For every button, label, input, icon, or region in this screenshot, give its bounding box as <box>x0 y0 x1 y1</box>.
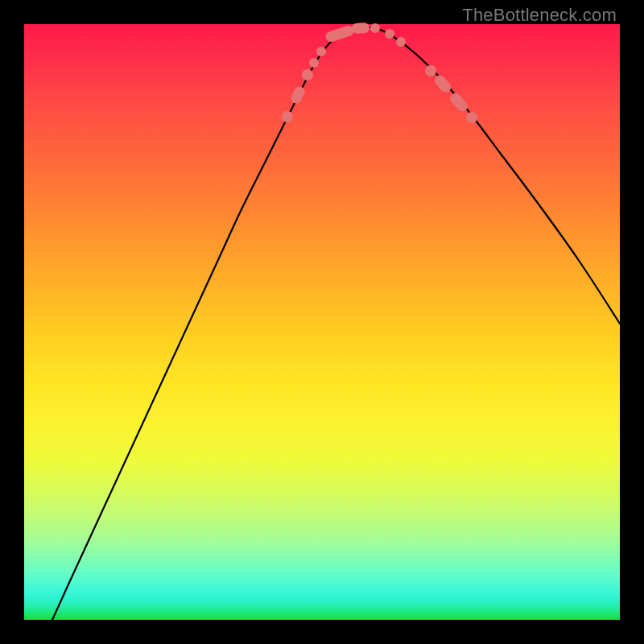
marker-pill <box>352 23 369 34</box>
marker-dot <box>370 23 380 33</box>
watermark-text: TheBottleneck.com <box>462 5 617 26</box>
curve-markers <box>282 23 477 123</box>
curve-svg <box>24 24 620 620</box>
marker-dot <box>466 112 477 123</box>
bottleneck-curve <box>52 27 620 620</box>
marker-dot <box>425 65 436 76</box>
plot-area <box>24 24 620 620</box>
marker-pill <box>324 24 355 43</box>
marker-pill <box>448 91 469 114</box>
marker-dot <box>385 29 394 39</box>
marker-dot <box>302 69 313 80</box>
marker-dot <box>282 111 293 122</box>
chart-frame: TheBottleneck.com <box>0 0 644 644</box>
marker-dot <box>309 58 319 68</box>
marker-dot <box>396 37 406 47</box>
marker-dot <box>316 47 326 56</box>
marker-pill <box>432 73 453 95</box>
marker-pill <box>289 85 307 105</box>
